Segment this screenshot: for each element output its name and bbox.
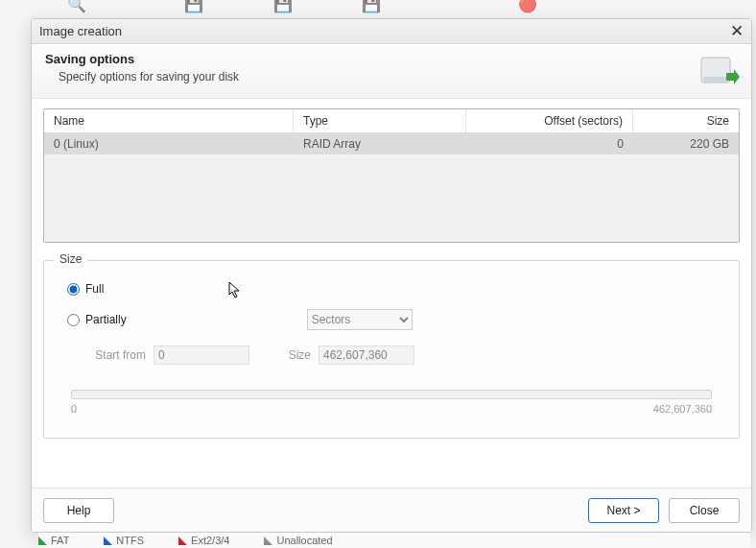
legend-fat: FAT: [51, 535, 69, 546]
size-legend: Size: [54, 252, 87, 266]
toolbar-icon-drive-red2: 💾: [273, 0, 300, 16]
table-row[interactable]: 0 (Linux) RAID Array 0 220 GB: [44, 133, 739, 155]
radio-full-label: Full: [85, 282, 104, 296]
start-from-input[interactable]: [154, 345, 249, 365]
size-input[interactable]: [319, 345, 414, 365]
cell-type: RAID Array: [294, 133, 466, 155]
size-label: Size: [284, 348, 311, 362]
dialog-footer: Help Next > Close: [32, 488, 751, 532]
close-button[interactable]: Close: [669, 498, 740, 523]
toolbar-icon-drive-red1: 💾: [184, 0, 211, 16]
slider-min: 0: [71, 403, 77, 415]
ext-icon: [178, 536, 187, 545]
legend-ntfs: NTFS: [116, 535, 144, 546]
dialog-header: Saving options Specify options for savin…: [32, 44, 751, 99]
cell-offset: 0: [466, 133, 633, 155]
col-header-type[interactable]: Type: [294, 109, 466, 132]
cell-size: 220 GB: [633, 133, 739, 155]
disk-table: Name Type Offset (sectors) Size 0 (Linux…: [43, 108, 740, 243]
filesystem-legend: FAT NTFS Ext2/3/4 Unallocated: [38, 533, 750, 548]
toolbar-icon-drive-grey: 💾: [362, 0, 389, 16]
legend-ext: Ext2/3/4: [191, 535, 229, 546]
radio-partially-input[interactable]: [67, 314, 80, 326]
toolbar-icon-magnifier: 🔍: [67, 0, 94, 16]
unit-select[interactable]: Sectors: [307, 309, 413, 330]
size-slider[interactable]: 0 462,607,360: [71, 390, 712, 415]
help-button[interactable]: Help: [43, 498, 114, 523]
svg-rect-1: [703, 77, 728, 82]
size-group: Size Full Partially Sectors Start from S…: [43, 260, 740, 439]
radio-partially-label: Partially: [85, 313, 127, 326]
unalloc-icon: [264, 536, 272, 545]
radio-partially[interactable]: Partially: [67, 313, 127, 326]
fat-icon: [38, 536, 47, 545]
drive-save-icon: [697, 52, 738, 88]
legend-unalloc: Unallocated: [276, 535, 332, 546]
header-title: Saving options: [45, 52, 697, 66]
col-header-offset[interactable]: Offset (sectors): [466, 109, 633, 132]
image-creation-dialog: Image creation ✕ Saving options Specify …: [31, 18, 752, 533]
dialog-title: Image creation: [39, 24, 122, 38]
col-header-name[interactable]: Name: [44, 109, 294, 132]
dialog-titlebar: Image creation ✕: [32, 19, 751, 44]
close-icon[interactable]: ✕: [730, 23, 744, 39]
cell-name: 0 (Linux): [44, 133, 294, 155]
slider-max: 462,607,360: [653, 403, 712, 415]
next-button[interactable]: Next >: [588, 498, 659, 523]
ntfs-icon: [104, 536, 112, 545]
radio-full-input[interactable]: [67, 283, 80, 296]
col-header-size[interactable]: Size: [633, 109, 739, 132]
radio-full[interactable]: Full: [67, 282, 721, 296]
header-subtitle: Specify options for saving your disk: [59, 70, 697, 83]
toolbar-icon-blob: 🔴: [518, 0, 545, 16]
start-from-label: Start from: [90, 348, 146, 362]
